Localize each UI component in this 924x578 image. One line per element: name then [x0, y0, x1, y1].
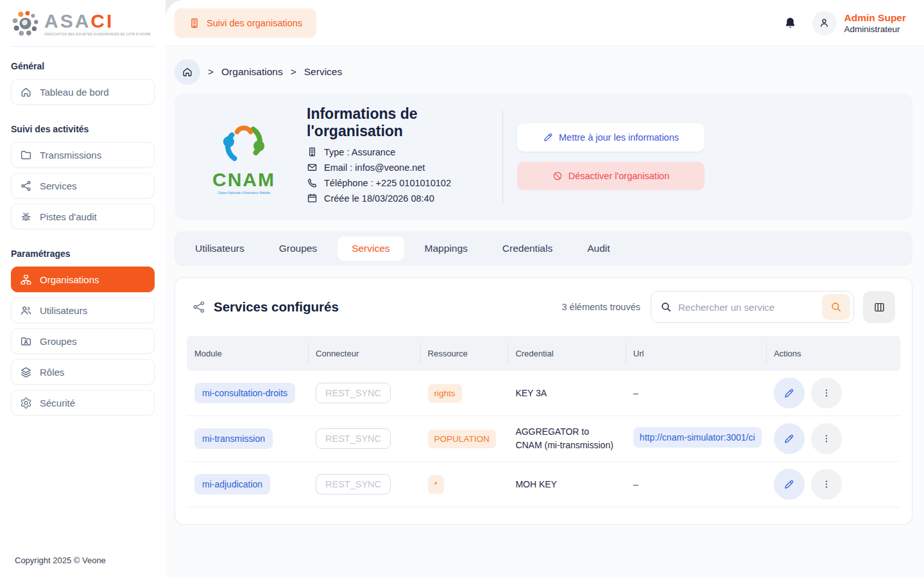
sidebar-item-utilisateurs[interactable]: Utilisateurs	[11, 297, 155, 323]
phone-icon	[307, 177, 318, 188]
org-chart-icon	[20, 274, 32, 286]
organisation-email: Email : infos@veone.net	[324, 162, 425, 173]
module-badge[interactable]: mi-transmission	[194, 428, 273, 449]
user-role: Administrateur	[844, 24, 906, 34]
user-name: Admin Super	[844, 12, 906, 24]
divider	[502, 110, 503, 203]
breadcrumb-organisations[interactable]: Organisations	[221, 66, 283, 78]
sidebar-item-label: Rôles	[40, 367, 64, 378]
sidebar-section-suivi: Suivi des activités Transmissions Servic…	[11, 123, 155, 234]
group-folder-icon	[20, 335, 32, 347]
columns-toggle-button[interactable]	[863, 291, 895, 323]
credential-value: MOH KEY	[508, 478, 625, 491]
tab-audit[interactable]: Audit	[573, 236, 624, 261]
services-card-title: Services configurés	[214, 299, 339, 315]
more-actions-button[interactable]	[811, 378, 842, 408]
connector-badge: REST_SYNC	[316, 428, 391, 449]
connector-badge: REST_SYNC	[316, 383, 391, 403]
update-informations-label: Mettre à jour les informations	[559, 132, 679, 143]
sidebar-item-pistes-audit[interactable]: Pistes d'audit	[11, 204, 155, 229]
brand-row: ASACI ASSOCIATION DES SOCIETES D'ASSURAN…	[11, 9, 155, 47]
sidebar-item-transmissions[interactable]: Transmissions	[11, 142, 155, 168]
asaci-logo: ASACI ASSOCIATION DES SOCIETES D'ASSURAN…	[12, 10, 180, 37]
suivi-organisations-button[interactable]: Suivi des organisations	[175, 8, 316, 38]
organisation-info-card: CNAM Caisse Nationale d'Assurance Maladi…	[175, 94, 912, 220]
url-value: –	[633, 388, 638, 398]
sidebar-item-services[interactable]: Services	[11, 173, 155, 198]
table-row: mi-consultation-droits REST_SYNC rights …	[187, 371, 900, 416]
share-icon	[20, 180, 32, 192]
sidebar-item-label: Pistes d'audit	[40, 211, 97, 222]
column-header-actions: Actions	[766, 336, 900, 371]
deactivate-organisation-button[interactable]: Désactiver l'organisation	[517, 162, 705, 190]
services-card-header: Services configurés 3 éléments trouvés	[187, 291, 900, 336]
sidebar-item-groupes[interactable]: Groupes	[11, 328, 155, 354]
organisation-phone: Téléphone : +225 0101010102	[324, 178, 451, 188]
tab-services[interactable]: Services	[338, 236, 404, 261]
breadcrumb-services[interactable]: Services	[304, 66, 342, 78]
edit-service-button[interactable]	[774, 378, 805, 408]
sidebar-item-securite[interactable]: Sécurité	[11, 390, 155, 416]
building-icon	[307, 146, 318, 157]
sidebar-item-roles[interactable]: Rôles	[11, 359, 155, 385]
building-icon	[189, 17, 200, 29]
cnam-logo-icon	[218, 119, 270, 169]
layers-icon	[20, 366, 32, 378]
sidebar-item-tableau-de-bord[interactable]: Tableau de bord	[11, 79, 155, 105]
sidebar-item-label: Sécurité	[40, 398, 75, 408]
cnam-logo-text: CNAM	[212, 170, 275, 189]
organisation-actions: Mettre à jour les informations Désactive…	[517, 123, 705, 190]
tab-credentials[interactable]: Credentials	[488, 236, 567, 261]
sidebar: ASACI ASSOCIATION DES SOCIETES D'ASSURAN…	[0, 0, 166, 578]
search-submit-button[interactable]	[822, 294, 850, 320]
column-header-module: Module	[187, 336, 308, 371]
tab-groupes[interactable]: Groupes	[265, 236, 331, 261]
search-icon	[660, 301, 672, 313]
url-link[interactable]: http://cnam-simulator:3001/ci	[633, 427, 762, 448]
section-label: Paramétrages	[11, 249, 155, 259]
edit-service-button[interactable]	[774, 423, 805, 454]
tab-utilisateurs[interactable]: Utilisateurs	[181, 236, 259, 261]
edit-service-button[interactable]	[774, 469, 805, 500]
sidebar-item-label: Tableau de bord	[40, 87, 109, 98]
organisation-details: Informations de l'organisation Type : As…	[298, 105, 502, 208]
search-input[interactable]	[678, 302, 816, 313]
copyright: Copyright 2025 © Veone	[11, 552, 155, 570]
share-icon	[192, 300, 206, 314]
section-label: Suivi des activités	[11, 124, 155, 134]
pencil-icon	[543, 132, 553, 143]
asaci-logo-icon	[12, 10, 39, 37]
sidebar-item-organisations[interactable]: Organisations	[11, 267, 155, 292]
breadcrumb: > Organisations > Services	[175, 59, 912, 85]
table-row: mi-transmission REST_SYNC POPULATION AGG…	[187, 416, 900, 462]
breadcrumb-home-button[interactable]	[175, 59, 200, 85]
users-icon	[20, 304, 32, 317]
sidebar-item-label: Utilisateurs	[40, 305, 87, 316]
services-card: Services configurés 3 éléments trouvés M…	[175, 277, 912, 525]
tabs-bar: Utilisateurs Groupes Services Mappings C…	[175, 231, 912, 266]
module-badge[interactable]: mi-adjudication	[194, 474, 270, 495]
notification-bell-icon[interactable]	[783, 16, 797, 30]
more-actions-button[interactable]	[811, 423, 842, 454]
sidebar-item-label: Organisations	[40, 274, 99, 285]
avatar	[812, 11, 837, 35]
connector-badge: REST_SYNC	[316, 474, 391, 495]
gear-icon	[20, 397, 32, 409]
credential-value: AGGREGATOR to CNAM (mi-transmission)	[508, 425, 625, 452]
column-header-connecteur: Connecteur	[308, 336, 420, 371]
brand-name: ASACI	[44, 12, 180, 31]
topbar: Suivi des organisations Admin Super Admi…	[166, 0, 924, 46]
results-count: 3 éléments trouvés	[561, 302, 640, 312]
module-badge[interactable]: mi-consultation-droits	[194, 383, 295, 403]
sidebar-item-label: Transmissions	[40, 150, 101, 161]
tab-mappings[interactable]: Mappings	[411, 236, 482, 261]
user-menu[interactable]: Admin Super Administrateur	[812, 11, 906, 35]
more-actions-button[interactable]	[811, 469, 842, 500]
resource-badge: *	[428, 475, 444, 494]
table-header-row: Module Connecteur Ressource Credential U…	[187, 336, 900, 371]
main-area: Suivi des organisations Admin Super Admi…	[166, 0, 924, 578]
envelope-icon	[307, 162, 318, 173]
update-informations-button[interactable]: Mettre à jour les informations	[517, 123, 705, 152]
resource-badge: POPULATION	[428, 430, 496, 448]
organisation-card-title: Informations de l'organisation	[307, 105, 467, 140]
